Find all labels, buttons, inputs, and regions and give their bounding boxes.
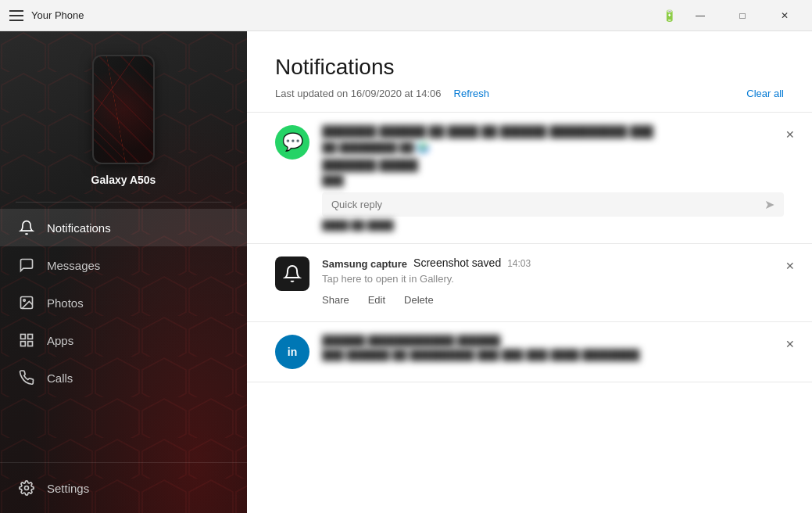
app-title: Your Phone — [31, 9, 84, 21]
photos-icon — [19, 295, 34, 310]
samsung-notif-actions: Share Edit Delete — [322, 291, 784, 309]
samsung-app-icon — [275, 256, 309, 291]
close-button[interactable]: ✕ — [767, 4, 803, 27]
sidebar-bottom: Settings — [0, 462, 247, 513]
sidebar-item-label: Photos — [47, 296, 84, 310]
sidebar-item-apps[interactable]: Apps — [0, 321, 247, 359]
notif-first-line: ███████ ██████ ██ ████ ██ ██████ ███████… — [322, 125, 784, 139]
minimize-button[interactable]: — — [682, 4, 718, 27]
send-reply-button[interactable]: ➤ — [764, 197, 774, 212]
notifications-header: Notifications Last updated on 16/09/2020… — [247, 31, 812, 113]
device-name: Galaxy A50s — [91, 174, 156, 186]
sidebar-item-label: Apps — [47, 334, 73, 347]
notifications-icon — [19, 220, 34, 235]
sidebar-item-label: Settings — [47, 482, 89, 495]
svg-point-1 — [23, 300, 25, 302]
whatsapp-app-icon: 💬 — [275, 125, 309, 160]
reply-area[interactable]: ➤ — [322, 192, 784, 217]
linkedin-notif-body: ██████ ████████████ ██████ ███ ██████ ██… — [322, 335, 784, 369]
whatsapp-reply-label: ████ ██ ████ — [322, 220, 784, 231]
title-bar-left: Your Phone — [9, 9, 84, 21]
sidebar-item-label: Calls — [47, 371, 73, 385]
settings-icon — [19, 480, 34, 496]
notifications-list: 💬 ███████ ██████ ██ ████ ██ ██████ █████… — [247, 113, 812, 513]
apps-icon — [19, 332, 34, 348]
samsung-notif-body-text: Tap here to open it in Gallery. — [322, 273, 784, 285]
whatsapp-sub1: ██ ████████ ██ 🌍 — [322, 142, 784, 153]
page-title: Notifications — [275, 55, 784, 80]
svg-rect-4 — [21, 342, 26, 346]
whatsapp-notif-title: ███████ ██████ ██ ████ ██ ██████ ███████… — [322, 125, 653, 138]
content-area: Notifications Last updated on 16/09/2020… — [247, 31, 812, 513]
sidebar-item-photos[interactable]: Photos — [0, 284, 247, 321]
svg-rect-5 — [28, 342, 33, 346]
share-action-button[interactable]: Share — [322, 291, 356, 309]
phone-image — [92, 55, 155, 164]
maximize-button[interactable]: □ — [724, 4, 760, 27]
last-updated-text: Last updated on 16/09/2020 at 14:06 — [275, 88, 442, 99]
svg-rect-2 — [21, 335, 26, 339]
edit-action-button[interactable]: Edit — [368, 291, 392, 309]
messages-icon — [19, 257, 34, 273]
title-bar: Your Phone 🔋 — □ ✕ — [0, 0, 812, 31]
main-layout: Galaxy A50s Notifications — [0, 31, 812, 513]
samsung-notif-body: Samsung capture Screenshot saved 14:03 T… — [322, 256, 784, 309]
title-bar-controls: 🔋 — □ ✕ — [663, 4, 803, 27]
close-samsung-notif-button[interactable]: ✕ — [781, 256, 799, 275]
notif-first-line: Samsung capture Screenshot saved 14:03 — [322, 256, 784, 271]
notif-card-inner: in ██████ ████████████ ██████ ███ ██████… — [275, 335, 784, 369]
linkedin-app-icon: in — [275, 335, 309, 369]
samsung-notif-time: 14:03 — [507, 258, 531, 269]
whatsapp-sub2: ███████ █████ — [322, 159, 418, 171]
notification-card-samsung: Samsung capture Screenshot saved 14:03 T… — [247, 244, 812, 322]
notification-card-whatsapp: 💬 ███████ ██████ ██ ████ ██ ██████ █████… — [247, 113, 812, 244]
close-linkedin-notif-button[interactable]: ✕ — [781, 335, 799, 353]
notif-card-inner: Samsung capture Screenshot saved 14:03 T… — [275, 256, 784, 309]
clear-all-button[interactable]: Clear all — [746, 88, 784, 99]
sidebar-item-label: Messages — [47, 259, 100, 272]
sidebar-item-label: Notifications — [47, 221, 111, 235]
calls-icon — [19, 370, 34, 386]
notification-card-linkedin: in ██████ ████████████ ██████ ███ ██████… — [247, 322, 812, 382]
sidebar-item-settings[interactable]: Settings — [0, 469, 247, 507]
whatsapp-sub3: ███ — [322, 174, 784, 186]
notif-card-inner: 💬 ███████ ██████ ██ ████ ██ ██████ █████… — [275, 125, 784, 231]
sidebar-item-messages[interactable]: Messages — [0, 246, 247, 284]
refresh-button[interactable]: Refresh — [454, 88, 490, 99]
delete-action-button[interactable]: Delete — [404, 291, 440, 309]
sidebar-item-calls[interactable]: Calls — [0, 359, 247, 396]
hamburger-menu[interactable] — [9, 10, 23, 21]
battery-icon: 🔋 — [663, 9, 676, 22]
whatsapp-notif-body: ███████ ██████ ██ ████ ██ ██████ ███████… — [322, 125, 784, 231]
notif-first-line: ██████ ████████████ ██████ — [322, 335, 784, 346]
sidebar-item-notifications[interactable]: Notifications — [0, 209, 247, 246]
svg-rect-3 — [28, 335, 33, 339]
svg-point-6 — [25, 486, 29, 490]
linkedin-notif-title: ██████ ████████████ ██████ — [322, 335, 500, 346]
samsung-notif-title: Screenshot saved — [413, 256, 501, 269]
notifications-subbar: Last updated on 16/09/2020 at 14:06 Refr… — [275, 88, 784, 99]
phone-area: Galaxy A50s — [0, 31, 247, 202]
sidebar: Galaxy A50s Notifications — [0, 31, 247, 513]
close-whatsapp-notif-button[interactable]: ✕ — [781, 125, 799, 144]
samsung-app-name: Samsung capture — [322, 258, 407, 270]
sidebar-nav: Notifications Messages — [0, 203, 247, 462]
linkedin-notif-body-text: ███ ██████ ██ █████████ ███ ███ ███ ████… — [322, 349, 784, 361]
quick-reply-input[interactable] — [331, 199, 764, 210]
